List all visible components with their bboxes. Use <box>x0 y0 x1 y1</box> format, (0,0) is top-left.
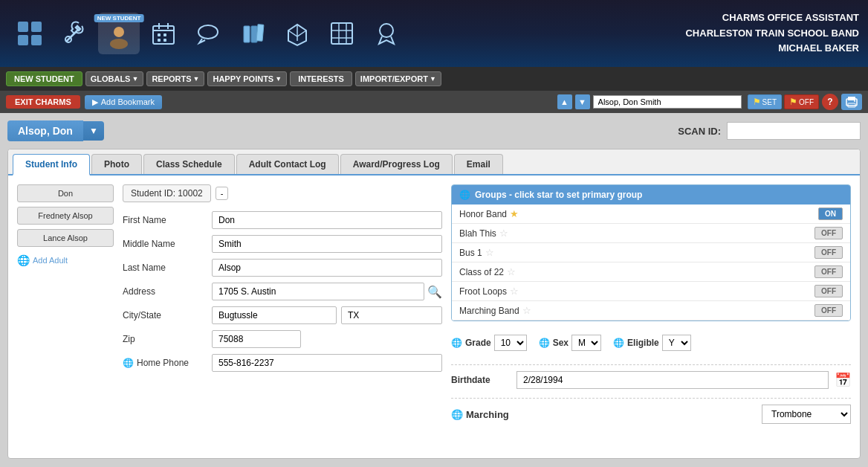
import-export-dropdown[interactable]: IMPORT/EXPORT ▼ <box>355 71 441 86</box>
tools-nav-icon[interactable] <box>54 13 95 54</box>
help-button[interactable]: ? <box>822 94 838 110</box>
new-student-button[interactable]: NEW STUDENT <box>6 71 82 86</box>
group-name-blah-this: Blah This ☆ <box>459 228 508 239</box>
calendar-nav-icon[interactable] <box>143 13 184 54</box>
group-star-blah-this[interactable]: ☆ <box>499 228 508 239</box>
adult-lance-button[interactable]: Lance Alsop <box>17 229 114 247</box>
svg-rect-2 <box>18 35 28 45</box>
grade-field: 🌐 Grade 10 9 11 12 <box>451 335 527 351</box>
svg-point-28 <box>854 100 855 102</box>
add-adult-button[interactable]: 🌐 Add Adult <box>17 251 114 269</box>
filter-controls: ⚑ SET ⚑ OFF <box>748 94 819 109</box>
next-student-button[interactable]: ▼ <box>575 94 590 109</box>
group-name-class-22: Class of 22 ☆ <box>459 266 516 277</box>
group-star-bus-1[interactable]: ☆ <box>485 247 494 258</box>
grade-select[interactable]: 10 9 11 12 <box>494 335 527 351</box>
home-phone-input[interactable] <box>212 354 442 372</box>
prev-student-button[interactable]: ▲ <box>557 94 572 109</box>
print-button[interactable] <box>841 94 862 110</box>
group-toggle-froot-loops[interactable]: OFF <box>814 285 843 297</box>
tab-student-info[interactable]: Student Info <box>13 154 90 175</box>
student-header-row: Alsop, Don ▼ SCAN ID: <box>7 120 861 141</box>
adult-don-button[interactable]: Don <box>17 184 114 202</box>
svg-rect-19 <box>331 23 352 44</box>
sex-select[interactable]: M F <box>571 335 601 351</box>
filter-set-button[interactable]: ⚑ SET <box>748 94 782 109</box>
tab-award-progress[interactable]: Award/Progress Log <box>340 154 453 174</box>
globe-icon: 🌐 <box>17 254 30 266</box>
zip-input[interactable] <box>212 330 301 348</box>
reports-dropdown[interactable]: REPORTS ▼ <box>146 71 204 86</box>
student-select[interactable]: Alsop, Don Smith <box>593 95 742 109</box>
marching-label: Marching <box>466 409 509 420</box>
group-toggle-blah-this[interactable]: OFF <box>814 227 843 239</box>
grade-globe-icon: 🌐 <box>451 338 462 348</box>
marching-globe-icon: 🌐 <box>451 409 463 420</box>
student-dropdown-button[interactable]: ▼ <box>83 121 104 141</box>
svg-rect-14 <box>163 39 166 42</box>
state-input[interactable] <box>341 306 442 324</box>
first-name-label: First Name <box>123 215 212 225</box>
exit-button[interactable]: EXIT CHARMS <box>6 95 80 109</box>
address-search-button[interactable]: 🔍 <box>427 285 442 299</box>
group-star-class-22[interactable]: ☆ <box>507 266 516 277</box>
eligible-select[interactable]: Y N <box>662 335 691 351</box>
zip-row: Zip <box>123 330 442 348</box>
group-honor-band: Honor Band ★ ON <box>452 204 850 224</box>
bookmark-button[interactable]: ▶ Add Bookmark <box>85 95 162 109</box>
student-id-edit-button[interactable]: - <box>216 187 229 200</box>
group-toggle-bus-1[interactable]: OFF <box>814 246 843 259</box>
tab-class-schedule[interactable]: Class Schedule <box>143 154 235 174</box>
group-name-bus-1: Bus 1 ☆ <box>459 247 494 258</box>
first-name-input[interactable] <box>212 211 442 229</box>
middle-name-input[interactable] <box>212 235 442 253</box>
last-name-input[interactable] <box>212 259 442 277</box>
birthdate-input[interactable] <box>516 371 829 389</box>
group-toggle-marching-band[interactable]: OFF <box>814 304 843 317</box>
tab-email[interactable]: Email <box>454 154 503 174</box>
scan-id-input[interactable] <box>727 122 861 140</box>
zip-label: Zip <box>123 334 212 344</box>
table-nav-icon[interactable] <box>321 13 363 54</box>
bookmark-arrow-icon: ▶ <box>92 97 98 107</box>
marching-instrument-select[interactable]: Trombone Trumpet Clarinet Flute Percussi… <box>762 405 851 424</box>
chat-nav-icon[interactable] <box>187 13 229 54</box>
calendar-button[interactable]: 📅 <box>835 372 851 388</box>
group-toggle-honor-band[interactable]: ON <box>818 207 843 220</box>
city-state-row: City/State <box>123 306 442 324</box>
last-name-row: Last Name <box>123 259 442 277</box>
award-nav-icon[interactable] <box>366 13 407 54</box>
scan-id-label: SCAN ID: <box>678 126 721 137</box>
grid-nav-icon[interactable] <box>9 13 51 54</box>
groups-header: 🌐 Groups - click star to set primary gro… <box>452 185 850 204</box>
students-nav-icon[interactable]: NEW STUDENT <box>98 13 140 54</box>
adults-sidebar: Don Frednety Alsop Lance Alsop 🌐 Add Adu… <box>17 184 114 449</box>
group-name-marching-band: Marching Band ☆ <box>459 305 531 316</box>
groups-box: 🌐 Groups - click star to set primary gro… <box>451 184 851 321</box>
svg-point-6 <box>110 39 128 49</box>
tab-adult-contact[interactable]: Adult Contact Log <box>236 154 339 174</box>
group-toggle-class-22[interactable]: OFF <box>814 265 843 278</box>
group-star-honor-band[interactable]: ★ <box>510 208 519 219</box>
address-input[interactable] <box>212 283 424 300</box>
tab-photo[interactable]: Photo <box>91 154 142 174</box>
books-nav-icon[interactable] <box>232 13 273 54</box>
interests-button[interactable]: INTERESTS <box>290 71 352 86</box>
group-star-marching-band[interactable]: ☆ <box>522 305 531 316</box>
filter-off-button[interactable]: ⚑ OFF <box>784 94 819 109</box>
happy-points-dropdown[interactable]: HAPPY POINTS ▼ <box>207 71 287 86</box>
city-input[interactable] <box>212 306 337 324</box>
first-name-row: First Name <box>123 211 442 229</box>
main-panel: Student Info Photo Class Schedule Adult … <box>7 149 861 459</box>
home-phone-row: 🌐 Home Phone <box>123 354 442 372</box>
meta-row: 🌐 Grade 10 9 11 12 🌐 Sex M <box>451 330 851 355</box>
adult-frednety-button[interactable]: Frednety Alsop <box>17 207 114 225</box>
phone-globe-icon: 🌐 <box>123 358 134 368</box>
student-name-button[interactable]: Alsop, Don <box>7 120 83 141</box>
main-toolbar: NEW STUDENT GLOBALS ▼ REPORTS ▼ HAPPY PO… <box>0 67 868 91</box>
sex-label: Sex <box>553 338 569 348</box>
globals-dropdown[interactable]: GLOBALS ▼ <box>85 71 144 86</box>
group-name-froot-loops: Froot Loops ☆ <box>459 286 519 297</box>
box-nav-icon[interactable] <box>276 13 318 54</box>
group-star-froot-loops[interactable]: ☆ <box>510 286 519 297</box>
